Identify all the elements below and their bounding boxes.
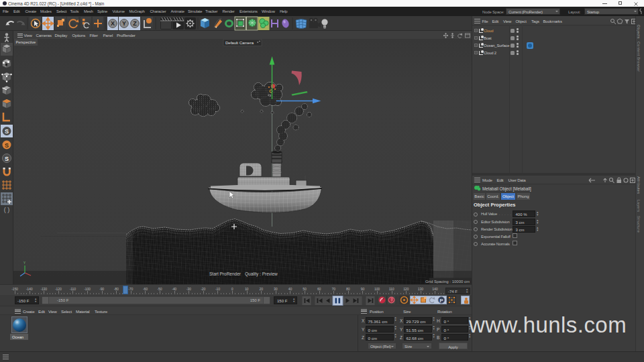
svg-text:X: X [111,20,115,27]
svg-text:S: S [5,142,9,149]
svg-text:Z: Z [133,20,137,27]
svg-text:( ): ( ) [4,206,10,213]
svg-text:Quality : Preview: Quality : Preview [245,272,278,277]
svg-text:P: P [439,298,443,304]
svg-text:Start ProRender: Start ProRender [209,272,241,276]
svg-text:Y: Y [122,20,126,27]
svg-text:Grid Spacing : 10000 cm: Grid Spacing : 10000 cm [425,280,470,284]
svg-text:Default Camera: Default Camera [225,41,254,45]
svg-text:S: S [5,156,9,162]
svg-text:Perspective: Perspective [16,40,37,44]
svg-text:Y: Y [23,261,25,265]
svg-text:S: S [5,128,9,135]
